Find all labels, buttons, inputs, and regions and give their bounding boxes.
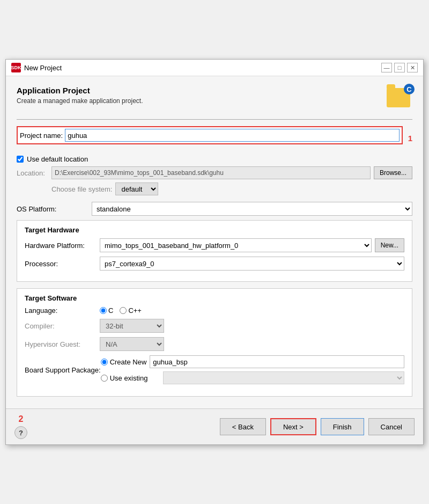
- language-row: Language: C C++: [25, 306, 404, 315]
- language-label: Language:: [25, 306, 100, 315]
- location-label: Location:: [17, 169, 51, 177]
- new-hardware-button[interactable]: New...: [375, 238, 404, 252]
- close-button[interactable]: ✕: [407, 63, 418, 72]
- dialog-footer: 2 ? < Back Next > Finish Cancel: [6, 408, 423, 444]
- folder-icon: C: [387, 88, 410, 107]
- bsp-existing-select[interactable]: [163, 371, 404, 384]
- title-bar-controls: — □ ✕: [381, 63, 418, 72]
- hypervisor-label: Hypervisor Guest:: [25, 340, 100, 348]
- title-bar-left: SDK New Project: [11, 63, 62, 72]
- language-cpp-label: C++: [128, 306, 142, 315]
- hardware-platform-row: Hardware Platform: mimo_tops_001_baseban…: [25, 238, 404, 252]
- bsp-existing-row: Use existing: [101, 371, 404, 384]
- target-hardware-title: Target Hardware: [25, 226, 404, 234]
- hardware-platform-select[interactable]: mimo_tops_001_baseband_hw_platform_0: [100, 238, 372, 252]
- annotation-one: 1: [408, 134, 412, 143]
- project-name-input[interactable]: [65, 129, 399, 142]
- filesystem-label: Choose file system:: [51, 185, 112, 193]
- hardware-platform-wrap: mimo_tops_001_baseband_hw_platform_0 New…: [100, 238, 404, 252]
- use-default-location-row: Use default location: [17, 155, 412, 163]
- compiler-label: Compiler:: [25, 322, 100, 330]
- back-button[interactable]: < Back: [220, 418, 266, 435]
- filesystem-row: Choose file system: default: [17, 182, 412, 195]
- project-name-label: Project name:: [20, 132, 63, 140]
- next-button[interactable]: Next >: [270, 418, 316, 435]
- compiler-row: Compiler: 32-bit: [25, 319, 404, 333]
- hypervisor-row: Hypervisor Guest: N/A: [25, 337, 404, 351]
- processor-label: Processor:: [25, 260, 100, 268]
- location-input[interactable]: [51, 166, 371, 179]
- minimize-button[interactable]: —: [381, 63, 392, 72]
- help-button[interactable]: ?: [14, 426, 27, 439]
- footer-left: 2 ?: [14, 414, 27, 439]
- dialog-title: New Project: [24, 64, 62, 72]
- language-radio-group: C C++: [100, 306, 142, 315]
- header-divider: [17, 119, 412, 120]
- finish-button[interactable]: Finish: [321, 418, 364, 435]
- os-platform-row: OS Platform: standalone: [17, 202, 412, 216]
- bsp-use-existing-label: Use existing: [110, 374, 148, 382]
- bsp-options: Create New Use existing: [101, 355, 404, 384]
- bsp-label: Board Support Package:: [25, 366, 101, 374]
- language-cpp-option[interactable]: C++: [120, 306, 142, 315]
- bsp-create-row: Create New: [101, 355, 404, 368]
- os-platform-label: OS Platform:: [17, 205, 92, 213]
- processor-row: Processor: ps7_cortexa9_0: [25, 257, 404, 271]
- bsp-create-new-label: Create New: [110, 358, 147, 366]
- header-icon: C: [383, 86, 412, 112]
- language-c-radio[interactable]: [100, 307, 107, 314]
- language-c-option[interactable]: C: [100, 306, 113, 315]
- language-c-label: C: [108, 306, 113, 315]
- project-name-row: Project name:: [17, 126, 403, 144]
- processor-select[interactable]: ps7_cortexa9_0: [100, 257, 404, 271]
- annotation-two: 2: [14, 414, 27, 424]
- cancel-button[interactable]: Cancel: [368, 418, 415, 435]
- bsp-use-existing-option[interactable]: Use existing: [101, 374, 160, 382]
- page-heading: Application Project: [17, 86, 143, 95]
- processor-wrap: ps7_cortexa9_0: [100, 257, 404, 271]
- new-project-dialog: SDK New Project — □ ✕ Application Projec…: [5, 59, 424, 445]
- hardware-platform-label: Hardware Platform:: [25, 242, 100, 250]
- bsp-name-input[interactable]: [150, 355, 404, 368]
- sdk-icon: SDK: [11, 63, 21, 72]
- bsp-use-existing-radio[interactable]: [101, 375, 108, 382]
- language-cpp-radio[interactable]: [120, 307, 127, 314]
- use-default-location-label: Use default location: [27, 155, 88, 163]
- bsp-create-new-radio[interactable]: [101, 359, 108, 366]
- folder-c-label: C: [404, 84, 415, 94]
- hypervisor-select[interactable]: N/A: [100, 337, 164, 351]
- header-text: Application Project Create a managed mak…: [17, 86, 143, 105]
- bsp-row: Board Support Package: Create New Use ex…: [25, 355, 404, 384]
- browse-button[interactable]: Browse...: [374, 166, 412, 179]
- compiler-select[interactable]: 32-bit: [100, 319, 164, 333]
- location-row: Location: Browse...: [17, 166, 412, 179]
- footer-buttons: < Back Next > Finish Cancel: [220, 418, 415, 435]
- filesystem-select[interactable]: default: [115, 182, 158, 195]
- bsp-create-new-option[interactable]: Create New: [101, 358, 147, 366]
- title-bar: SDK New Project — □ ✕: [6, 60, 423, 76]
- header-section: Application Project Create a managed mak…: [17, 86, 412, 112]
- target-software-section: Target Software Language: C C++ Com: [17, 288, 412, 397]
- page-description: Create a managed make application projec…: [17, 97, 143, 105]
- target-software-title: Target Software: [25, 294, 404, 302]
- maximize-button[interactable]: □: [394, 63, 405, 72]
- target-hardware-section: Target Hardware Hardware Platform: mimo_…: [17, 220, 412, 282]
- use-default-location-checkbox[interactable]: [17, 156, 24, 163]
- os-platform-select[interactable]: standalone: [92, 202, 412, 216]
- dialog-body: Application Project Create a managed mak…: [6, 76, 423, 408]
